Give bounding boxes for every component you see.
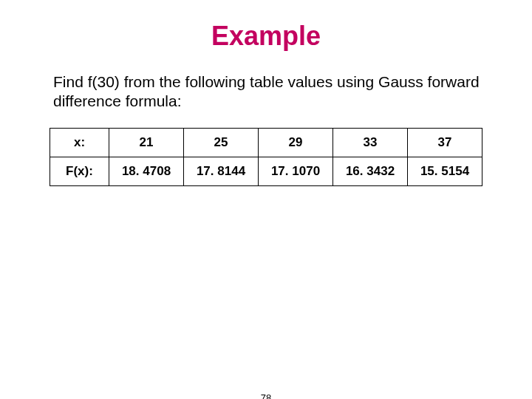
table-cell: 29 <box>259 128 333 157</box>
table-cell: 25 <box>184 128 259 157</box>
row-label: F(x): <box>50 157 109 185</box>
table-cell: 21 <box>109 128 184 157</box>
slide: Example Find f(30) from the following ta… <box>0 21 532 399</box>
data-table: x: 21 25 29 33 37 F(x): 18. 4708 17. 814… <box>50 128 482 186</box>
problem-statement: Find f(30) from the following table valu… <box>53 72 480 112</box>
table-cell: 37 <box>408 128 482 157</box>
page-title: Example <box>0 21 532 52</box>
table-cell: 18. 4708 <box>109 157 184 185</box>
table-row: x: 21 25 29 33 37 <box>50 128 482 157</box>
table-cell: 17. 8144 <box>184 157 259 185</box>
table-row: F(x): 18. 4708 17. 8144 17. 1070 16. 343… <box>50 157 482 185</box>
table-cell: 33 <box>333 128 408 157</box>
table-cell: 15. 5154 <box>408 157 482 185</box>
row-label: x: <box>50 128 109 157</box>
table-cell: 17. 1070 <box>259 157 333 185</box>
page-number: 78 <box>0 392 532 399</box>
table-cell: 16. 3432 <box>333 157 408 185</box>
